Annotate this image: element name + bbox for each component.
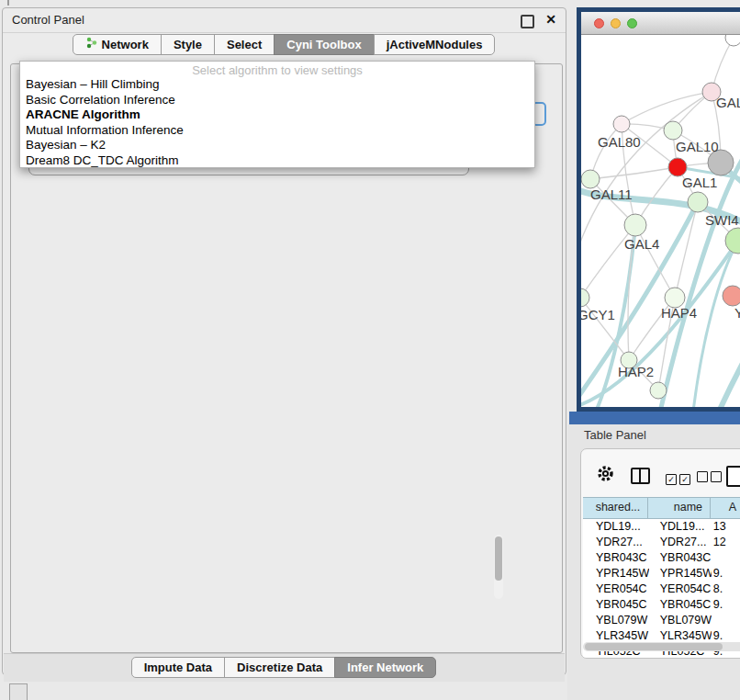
bottom-tab-bar: Impute DataDiscretize DataInfer Network: [3, 657, 566, 678]
network-node[interactable]: [664, 121, 682, 140]
panel-title: Control Panel: [12, 13, 84, 27]
tab-impute-data[interactable]: Impute Data: [131, 657, 225, 678]
tab-label: Style: [174, 35, 202, 54]
gear-icon[interactable]: [596, 464, 615, 483]
control-panel-titlebar: Control Panel ✕: [3, 8, 566, 33]
network-canvas[interactable]: GALGAL80GAL10GAL1GAL11SWI4GAL4GCY1HAP4YH…: [581, 35, 740, 412]
table-cell: [712, 550, 740, 566]
mac-minimize-icon[interactable]: [611, 18, 621, 28]
control-panel-tab-bar: NetworkStyleSelectCyni ToolboxjActiveMNo…: [3, 34, 566, 55]
table-cell: YPR145W: [649, 566, 712, 581]
table-horizontal-scrollbar[interactable]: [583, 642, 740, 651]
table-panel: ✓✓ shared...nameA YDL19...YDL19...13YDR2…: [580, 448, 740, 659]
network-node[interactable]: [723, 286, 740, 306]
table-panel-title: Table Panel: [584, 428, 646, 442]
table-row[interactable]: YPR145WYPR145W9.: [583, 566, 740, 581]
tab-label: Infer Network: [347, 658, 423, 677]
network-node[interactable]: [725, 35, 740, 46]
node-label-y: Y: [734, 305, 740, 321]
tab-network[interactable]: Network: [73, 34, 162, 55]
partial-icon[interactable]: [9, 683, 28, 700]
tab-style[interactable]: Style: [161, 34, 215, 55]
node-attribute-table: shared...nameA YDL19...YDL19...13YDR27..…: [583, 497, 740, 659]
deselect-all-icon[interactable]: [697, 469, 722, 486]
network-node[interactable]: [668, 158, 687, 176]
table-cell: 13: [712, 519, 740, 535]
column-header-shared[interactable]: shared...: [583, 498, 648, 518]
network-view-window[interactable]: GALGAL80GAL10GAL1GAL11SWI4GAL4GCY1HAP4YH…: [577, 7, 740, 412]
node-label-gal11: GAL11: [590, 186, 633, 202]
node-label-hap2: HAP2: [618, 364, 654, 379]
network-node[interactable]: [624, 214, 646, 236]
table-cell: 12: [712, 535, 740, 550]
algorithm-item-mutual-information-inference[interactable]: Mutual Information Inference: [20, 123, 534, 139]
node-label-gal10: GAL10: [676, 139, 719, 154]
tab-label: jActiveMNodules: [387, 35, 483, 54]
network-node[interactable]: [688, 192, 708, 212]
tab-label: Cyni Toolbox: [286, 35, 361, 54]
network-node[interactable]: [650, 382, 667, 399]
table-cell: YER054C: [583, 581, 649, 597]
tab-select[interactable]: Select: [214, 34, 275, 55]
column-header-a[interactable]: A: [711, 498, 740, 518]
tab-label: Network: [102, 35, 149, 54]
algorithm-item-bayesian-k2[interactable]: Bayesian – K2: [20, 138, 534, 153]
table-row[interactable]: YBR045CYBR045C9.: [583, 597, 740, 613]
node-label-gal80: GAL80: [598, 134, 641, 150]
close-icon[interactable]: ✕: [545, 12, 556, 27]
float-window-icon[interactable]: [521, 15, 534, 28]
node-label-gal4: GAL4: [624, 236, 659, 252]
node-label-gal1: GAL1: [682, 175, 717, 190]
algorithm-list: Bayesian – Hill ClimbingBasic Correlatio…: [20, 77, 534, 168]
select-all-checks-icon[interactable]: ✓✓: [666, 469, 690, 486]
column-header-name[interactable]: name: [648, 498, 711, 518]
node-label-swi4: SWI4: [705, 212, 739, 228]
tab-infer-network[interactable]: Infer Network: [334, 657, 436, 678]
network-node[interactable]: [725, 228, 740, 254]
tab-label: Discretize Data: [237, 658, 322, 677]
table-cell: YBR045C: [649, 597, 712, 613]
algorithm-item-basic-correlation-inference[interactable]: Basic Correlation Inference: [20, 93, 534, 108]
page-icon[interactable]: [726, 466, 740, 487]
table-header-row: shared...nameA: [583, 497, 740, 519]
window-edge-artifact: [7, 0, 9, 6]
tab-label: Select: [227, 35, 262, 54]
mac-close-icon[interactable]: [594, 18, 604, 28]
network-node[interactable]: [581, 288, 589, 307]
node-label-gal: GAL: [716, 95, 740, 110]
network-node[interactable]: [613, 116, 630, 132]
table-cell: YER054C: [649, 581, 712, 597]
table-cell: 9.: [712, 566, 740, 581]
algorithm-item-bayesian-hill-climbing[interactable]: Bayesian – Hill Climbing: [20, 77, 534, 93]
table-row[interactable]: YER054CYER054C8.: [583, 581, 740, 597]
algorithm-item-aracne-algorithm[interactable]: ARACNE Algorithm: [20, 107, 534, 123]
table-cell: YDR27...: [583, 535, 649, 550]
attributes-vertical-scrollbar[interactable]: [494, 535, 503, 599]
algorithm-dropdown-popup: Select algorithm to view settings Bayesi…: [19, 61, 535, 168]
network-window-titlebar: [581, 12, 740, 35]
tab-cyni-toolbox[interactable]: Cyni Toolbox: [274, 34, 374, 55]
network-node[interactable]: [581, 170, 600, 188]
tab-jactivemnodules[interactable]: jActiveMNodules: [374, 34, 496, 55]
table-cell: YBR045C: [583, 597, 649, 613]
table-row[interactable]: YBL079WYBL079W: [583, 613, 740, 628]
algorithm-item-dream8-dc-tdc-algorithm[interactable]: Dream8 DC_TDC Algorithm: [20, 153, 534, 169]
node-label-hap4: HAP4: [661, 305, 697, 321]
control-panel-window: Control Panel ✕ NetworkStyleSelectCyni T…: [2, 7, 566, 675]
table-row[interactable]: YBR043CYBR043C: [583, 550, 740, 566]
desktop-background: [569, 412, 740, 424]
network-icon: [85, 35, 97, 54]
table-cell: YDR27...: [649, 535, 712, 550]
scrollbar-thumb[interactable]: [495, 536, 502, 581]
table-cell: YDL19...: [583, 519, 649, 535]
scrollbar-thumb[interactable]: [585, 643, 723, 650]
column-layout-icon[interactable]: [631, 468, 650, 484]
mac-zoom-icon[interactable]: [627, 18, 637, 28]
table-row[interactable]: YDR27...YDR27...12: [583, 535, 740, 550]
table-cell: YPR145W: [583, 566, 649, 581]
table-cell: YBL079W: [583, 613, 649, 628]
tab-discretize-data[interactable]: Discretize Data: [224, 657, 335, 678]
table-cell: YBR043C: [649, 550, 712, 566]
table-row[interactable]: YDL19...YDL19...13: [583, 519, 740, 535]
table-cell: [712, 613, 740, 628]
